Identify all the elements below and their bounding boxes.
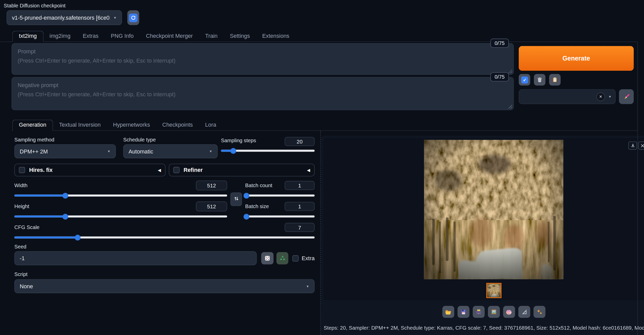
script-dropdown[interactable]: None ▼ — [14, 279, 314, 293]
send-to-inpaint-button[interactable] — [503, 306, 515, 318]
cfg-scale-label: CFG Scale — [14, 224, 39, 230]
generated-image[interactable] — [424, 140, 564, 279]
tab-generation[interactable]: Generation — [12, 120, 53, 131]
open-folder-icon — [444, 308, 452, 316]
negative-prompt-token-counter: 0/75 — [490, 72, 509, 81]
edit-styles-button[interactable] — [619, 89, 634, 104]
save-zip-icon — [475, 308, 482, 315]
send-to-extras-icon — [521, 308, 527, 315]
settings-column: Sampling method DPM++ 2M ▼ Schedule type… — [11, 131, 321, 335]
refiner-label: Refiner — [184, 167, 307, 173]
app-window: Stable Diffusion checkpoint v1-5-pruned-… — [0, 0, 644, 335]
batch-count-input[interactable]: 1 — [285, 181, 315, 190]
cfg-scale-input[interactable]: 7 — [285, 223, 315, 232]
reuse-seed-button[interactable] — [276, 252, 288, 264]
hires-fix-accordion[interactable]: Hires. fix ◀ — [14, 164, 166, 176]
apply-styles-button[interactable] — [549, 74, 561, 86]
prompt-toolbar — [519, 74, 634, 86]
tab-checkpoints[interactable]: Checkpoints — [156, 120, 199, 130]
sampling-method-label: Sampling method — [14, 137, 116, 143]
extra-seed-toggle[interactable]: Extra — [293, 255, 314, 261]
gallery — [324, 138, 644, 300]
save-icon — [460, 308, 467, 315]
negative-prompt-input[interactable]: Negative prompt (Press Ctrl+Enter to gen… — [11, 77, 514, 110]
tab-settings[interactable]: Settings — [224, 31, 256, 41]
width-label: Width — [14, 183, 27, 188]
batch-count-slider[interactable] — [245, 195, 314, 197]
batch-size-slider[interactable] — [245, 216, 314, 218]
tab-checkpoint-merger[interactable]: Checkpoint Merger — [140, 31, 199, 41]
extra-checkbox[interactable] — [293, 255, 299, 261]
tab-textual-inversion[interactable]: Textual Inversion — [53, 120, 107, 130]
prompt-placeholder: Prompt (Press Ctrl+Enter to generate, Al… — [18, 47, 175, 65]
extra-label: Extra — [302, 255, 315, 261]
tab-img2img[interactable]: img2img — [43, 31, 77, 41]
thumbnail-strip — [324, 280, 644, 300]
refiner-accordion[interactable]: Refiner ◀ — [169, 164, 315, 176]
tab-train[interactable]: Train — [199, 31, 224, 41]
arrow-down-left-icon — [521, 76, 528, 83]
sampling-steps-input[interactable]: 20 — [285, 137, 315, 146]
scrollbar-gutter[interactable] — [637, 42, 644, 335]
dice-icon — [264, 255, 271, 261]
cfg-scale-slider[interactable] — [14, 236, 314, 238]
chevron-down-icon: ▼ — [209, 149, 212, 153]
generate-button[interactable]: Generate — [519, 46, 634, 71]
styles-dropdown[interactable]: × ▼ — [519, 89, 616, 104]
chevron-down-icon: ▼ — [113, 16, 117, 19]
swap-width-height-button[interactable] — [230, 192, 242, 206]
height-input[interactable]: 512 — [196, 201, 227, 211]
sampling-steps-label: Sampling steps — [221, 138, 256, 143]
seed-input[interactable] — [14, 251, 257, 265]
send-to-img2img-button[interactable] — [488, 306, 500, 318]
schedule-type-dropdown[interactable]: Automatic ▼ — [123, 144, 218, 158]
checkpoint-value: v1-5-pruned-emaonly.safetensors [6ce0161… — [12, 15, 110, 21]
batch-size-input[interactable]: 1 — [285, 202, 315, 211]
thumbnail-selected[interactable] — [486, 283, 501, 298]
chevron-down-icon: ▼ — [608, 95, 612, 98]
clear-prompt-button[interactable] — [534, 74, 545, 86]
height-slider[interactable] — [14, 216, 227, 218]
tab-png-info[interactable]: PNG Info — [105, 31, 140, 41]
prompt-input[interactable]: Prompt (Press Ctrl+Enter to generate, Al… — [11, 43, 514, 75]
send-to-extras-button[interactable] — [518, 306, 530, 318]
restore-last-prompt-button[interactable] — [519, 74, 530, 86]
sampling-method-dropdown[interactable]: DPM++ 2M ▼ — [14, 144, 116, 158]
tab-hypernetworks[interactable]: Hypernetworks — [107, 120, 156, 130]
upscale-button[interactable] — [533, 306, 545, 318]
accordion-collapsed-icon: ◀ — [158, 168, 161, 172]
refiner-checkbox[interactable] — [173, 167, 180, 173]
hires-fix-checkbox[interactable] — [19, 167, 25, 173]
save-image-button[interactable] — [457, 306, 469, 318]
chevron-down-icon: ▼ — [306, 284, 309, 288]
prompt-token-counter: 0/75 — [490, 39, 509, 47]
tab-extras[interactable]: Extras — [77, 31, 105, 41]
checkpoint-dropdown[interactable]: v1-5-pruned-emaonly.safetensors [6ce0161… — [7, 10, 122, 25]
refresh-icon — [129, 13, 138, 22]
clipboard-icon — [552, 77, 558, 83]
styles-row: × ▼ — [519, 89, 634, 104]
tab-lora[interactable]: Lora — [199, 120, 222, 130]
open-folder-button[interactable] — [442, 306, 454, 318]
output-toolbar — [324, 306, 644, 318]
resize-grip-icon[interactable] — [508, 69, 512, 73]
seed-label: Seed — [14, 244, 26, 250]
clear-x-icon[interactable]: × — [596, 92, 605, 101]
image-preview[interactable] — [324, 138, 644, 280]
height-label: Height — [14, 204, 29, 209]
upscale-icon — [536, 308, 543, 315]
swap-arrows-icon — [233, 195, 239, 202]
save-zip-button[interactable] — [473, 306, 485, 318]
refresh-checkpoint-button[interactable] — [127, 10, 139, 25]
sampling-steps-slider[interactable] — [221, 150, 314, 152]
tab-txt2img[interactable]: txt2img — [12, 31, 43, 42]
resize-grip-icon[interactable] — [508, 104, 512, 109]
width-input[interactable]: 512 — [196, 181, 227, 190]
tab-extensions[interactable]: Extensions — [256, 31, 296, 41]
download-button[interactable] — [628, 141, 637, 150]
batch-size-label: Batch size — [245, 204, 269, 209]
width-slider[interactable] — [14, 195, 227, 197]
download-icon — [630, 143, 635, 148]
batch-count-label: Batch count — [245, 183, 272, 188]
random-seed-button[interactable] — [261, 252, 273, 264]
